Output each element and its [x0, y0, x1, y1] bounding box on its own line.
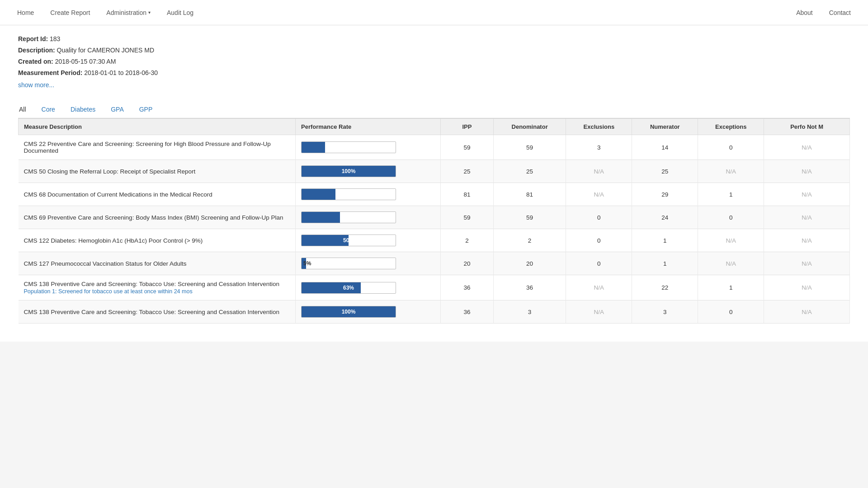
- measure-description: CMS 138 Preventive Care and Screening: T…: [19, 275, 296, 300]
- exclusions-cell: N/A: [566, 300, 632, 324]
- numerator-cell: 22: [632, 275, 698, 300]
- progress-bar-fill: [302, 306, 396, 317]
- progress-bar-label: 5%: [303, 260, 396, 267]
- nav-home[interactable]: Home: [9, 0, 42, 25]
- exclusions-cell: 0: [566, 229, 632, 252]
- measures-table: Measure Description Performance Rate IPP…: [18, 118, 850, 324]
- numerator-cell: 14: [632, 135, 698, 160]
- exclusions-cell: N/A: [566, 160, 632, 183]
- report-meta: Report Id: 183 Description: Quality for …: [18, 34, 850, 89]
- navbar: Home Create Report Administration ▾ Audi…: [0, 0, 868, 25]
- exclusions-cell: 0: [566, 206, 632, 229]
- progress-bar-fill: [302, 166, 396, 177]
- perf-not-met-cell: N/A: [764, 206, 850, 229]
- col-exclusions: Exclusions: [566, 119, 632, 135]
- progress-bar-fill: [302, 235, 349, 246]
- perf-not-met-cell: N/A: [764, 252, 850, 275]
- performance-rate-cell: 25%: [296, 135, 441, 160]
- perf-not-met-cell: N/A: [764, 135, 850, 160]
- denominator-cell: 20: [493, 252, 566, 275]
- measure-description: CMS 68 Documentation of Current Medicati…: [19, 183, 296, 206]
- perf-not-met-cell: N/A: [764, 160, 850, 183]
- tab-all[interactable]: All: [18, 102, 27, 118]
- navbar-left: Home Create Report Administration ▾ Audi…: [9, 0, 788, 25]
- table-row: CMS 122 Diabetes: Hemoglobin A1c (HbA1c)…: [19, 229, 850, 252]
- nav-about[interactable]: About: [788, 0, 821, 25]
- numerator-cell: 29: [632, 183, 698, 206]
- show-more-link[interactable]: show more...: [18, 81, 54, 89]
- ipp-cell: 59: [441, 206, 494, 229]
- table-row: CMS 68 Documentation of Current Medicati…: [19, 183, 850, 206]
- table-row: CMS 127 Pneumococcal Vaccination Status …: [19, 252, 850, 275]
- performance-rate-cell: 36%: [296, 183, 441, 206]
- measure-description: CMS 127 Pneumococcal Vaccination Status …: [19, 252, 296, 275]
- tab-gpp[interactable]: GPP: [138, 102, 154, 118]
- performance-rate-cell: 41%: [296, 206, 441, 229]
- col-perf-not-met: Perfo Not M: [764, 119, 850, 135]
- perf-not-met-cell: N/A: [764, 183, 850, 206]
- denominator-cell: 59: [493, 135, 566, 160]
- administration-caret: ▾: [148, 10, 151, 15]
- exceptions-cell: 1: [698, 275, 764, 300]
- table-header: Measure Description Performance Rate IPP…: [19, 119, 850, 135]
- population-link[interactable]: Population 1: Screened for tobacco use a…: [24, 288, 290, 295]
- performance-rate-cell: 5%: [296, 252, 441, 275]
- col-perf-rate: Performance Rate: [296, 119, 441, 135]
- performance-rate-cell: 100%: [296, 160, 441, 183]
- progress-bar: 25%: [301, 141, 396, 153]
- table-row: CMS 138 Preventive Care and Screening: T…: [19, 300, 850, 324]
- table-body: CMS 22 Preventive Care and Screening: Sc…: [19, 135, 850, 324]
- exceptions-cell: N/A: [698, 160, 764, 183]
- exclusions-cell: 3: [566, 135, 632, 160]
- progress-bar-fill: [302, 189, 335, 200]
- progress-bar-fill: [302, 142, 325, 153]
- ipp-cell: 59: [441, 135, 494, 160]
- measure-description: CMS 50 Closing the Referral Loop: Receip…: [19, 160, 296, 183]
- nav-administration[interactable]: Administration ▾: [98, 0, 159, 25]
- numerator-cell: 1: [632, 229, 698, 252]
- col-numerator: Numerator: [632, 119, 698, 135]
- tab-diabetes[interactable]: Diabetes: [70, 102, 96, 118]
- ipp-cell: 36: [441, 300, 494, 324]
- report-description-line: Description: Quality for CAMERON JONES M…: [18, 46, 850, 55]
- denominator-cell: 3: [493, 300, 566, 324]
- numerator-cell: 1: [632, 252, 698, 275]
- exceptions-cell: 0: [698, 206, 764, 229]
- tab-gpa[interactable]: GPA: [110, 102, 125, 118]
- report-created-line: Created on: 2018-05-15 07:30 AM: [18, 57, 850, 66]
- nav-audit-log[interactable]: Audit Log: [159, 0, 202, 25]
- ipp-cell: 20: [441, 252, 494, 275]
- table-row: CMS 22 Preventive Care and Screening: Sc…: [19, 135, 850, 160]
- ipp-cell: 81: [441, 183, 494, 206]
- tab-core[interactable]: Core: [41, 102, 56, 118]
- progress-bar: 41%: [301, 211, 396, 223]
- performance-rate-cell: 50%: [296, 229, 441, 252]
- exceptions-cell: N/A: [698, 252, 764, 275]
- ipp-cell: 2: [441, 229, 494, 252]
- report-period-line: Measurement Period: 2018-01-01 to 2018-0…: [18, 68, 850, 78]
- exceptions-cell: N/A: [698, 229, 764, 252]
- exclusions-cell: N/A: [566, 183, 632, 206]
- nav-create-report[interactable]: Create Report: [42, 0, 98, 25]
- perf-not-met-cell: N/A: [764, 300, 850, 324]
- perf-not-met-cell: N/A: [764, 275, 850, 300]
- numerator-cell: 25: [632, 160, 698, 183]
- table-row: CMS 50 Closing the Referral Loop: Receip…: [19, 160, 850, 183]
- col-measure-desc: Measure Description: [19, 119, 296, 135]
- col-ipp: IPP: [441, 119, 494, 135]
- denominator-cell: 36: [493, 275, 566, 300]
- measure-description: CMS 69 Preventive Care and Screening: Bo…: [19, 206, 296, 229]
- progress-bar-fill: [302, 282, 361, 293]
- nav-contact[interactable]: Contact: [821, 0, 859, 25]
- denominator-cell: 25: [493, 160, 566, 183]
- progress-bar: 63%: [301, 282, 396, 294]
- navbar-right: About Contact: [788, 0, 859, 25]
- exceptions-cell: 1: [698, 183, 764, 206]
- table-row: CMS 138 Preventive Care and Screening: T…: [19, 275, 850, 300]
- progress-bar: 5%: [301, 258, 396, 269]
- progress-bar-fill: [302, 258, 306, 269]
- numerator-cell: 3: [632, 300, 698, 324]
- progress-bar: 100%: [301, 306, 396, 318]
- numerator-cell: 24: [632, 206, 698, 229]
- exclusions-cell: 0: [566, 252, 632, 275]
